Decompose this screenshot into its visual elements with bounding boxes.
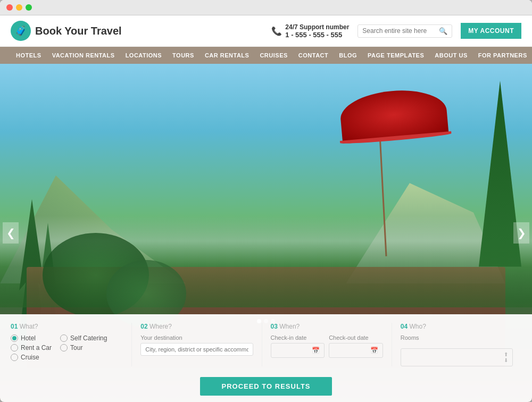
nav-about-us[interactable]: ABOUT US — [429, 47, 472, 64]
umbrella-top — [338, 86, 448, 143]
logo-icon: 🧳 — [11, 21, 31, 41]
search-fields: 01 What? Hotel — [0, 314, 532, 373]
checkout-input[interactable]: 📅 — [329, 343, 383, 358]
what-number: 01 — [11, 323, 18, 330]
nav-car-rentals[interactable]: CAR RENTALS — [200, 47, 255, 64]
radio-rent-car[interactable] — [11, 344, 18, 351]
radio-cruise[interactable] — [11, 354, 18, 361]
what-col-1: Hotel Rent a Car Cruise — [11, 334, 52, 363]
destination-label: Your destination — [140, 334, 253, 341]
tour-label: Tour — [70, 344, 82, 351]
nav-page-templates[interactable]: PAGE TEMPLATES — [362, 47, 429, 64]
what-label: What? — [20, 323, 38, 330]
when-label: When? — [279, 323, 300, 330]
close-button[interactable] — [6, 4, 13, 11]
my-account-button[interactable]: MY ACCOUNT — [461, 23, 521, 39]
search-col-where: 02 Where? Your destination — [132, 323, 262, 366]
when-title: 03 When? — [271, 323, 383, 330]
minimize-button[interactable] — [16, 4, 22, 11]
search-icon: 🔍 — [439, 27, 447, 35]
search-col-when: 03 When? Check-in date 📅 — [262, 323, 392, 366]
nav-hotels[interactable]: HOTELS — [11, 47, 47, 64]
nav-cruises[interactable]: CRUISES — [254, 47, 293, 64]
where-number: 02 — [140, 323, 147, 330]
where-label: Where? — [149, 323, 172, 330]
when-number: 03 — [271, 323, 278, 330]
where-title: 02 Where? — [140, 323, 253, 330]
search-panel: 01 What? Hotel — [0, 314, 532, 402]
search-col-who: 04 Who? Rooms ⬆⬇ — [392, 323, 521, 366]
who-number: 04 — [401, 323, 408, 330]
search-panel-footer: PROCEED TO RESULTS — [0, 373, 532, 402]
checkout-field: Check-out date 📅 — [329, 334, 383, 358]
checkin-field: Check-in date 📅 — [271, 334, 325, 358]
phone-icon: 📞 — [271, 26, 282, 36]
checkout-label: Check-out date — [329, 334, 383, 341]
slide-next-button[interactable]: ❯ — [513, 222, 529, 244]
radio-hotel[interactable] — [11, 334, 18, 342]
who-label: Who? — [409, 323, 426, 330]
checkout-calendar-icon: 📅 — [370, 347, 378, 354]
support-area: 📞 24/7 Support number 1 - 555 - 555 - 55… — [271, 23, 349, 39]
support-number: 1 - 555 - 555 - 555 — [285, 31, 349, 39]
option-rent-car[interactable]: Rent a Car — [11, 344, 52, 351]
rent-car-label: Rent a Car — [21, 344, 52, 351]
logo-text: Book Your Travel — [35, 25, 122, 37]
what-options: Hotel Rent a Car Cruise — [11, 334, 123, 363]
option-cruise[interactable]: Cruise — [11, 354, 52, 361]
what-title: 01 What? — [11, 323, 123, 330]
proceed-button[interactable]: PROCEED TO RESULTS — [200, 377, 331, 396]
nav-contact[interactable]: CONTACT — [293, 47, 334, 64]
logo-area: 🧳 Book Your Travel — [11, 21, 122, 41]
option-self-catering[interactable]: Self Catering — [60, 334, 107, 342]
search-col-what: 01 What? Hotel — [11, 323, 132, 366]
rooms-label: Rooms — [401, 334, 513, 341]
nav-blog[interactable]: BLOG — [334, 47, 362, 64]
radio-self-catering[interactable] — [60, 334, 68, 342]
maximize-button[interactable] — [26, 4, 32, 11]
destination-input[interactable] — [140, 343, 253, 356]
header-right: 📞 24/7 Support number 1 - 555 - 555 - 55… — [271, 23, 521, 39]
rooms-select[interactable]: ⬆⬇ — [401, 348, 513, 366]
checkin-calendar-icon: 📅 — [312, 347, 320, 354]
nav-locations[interactable]: LOCATIONS — [120, 47, 167, 64]
support-info: 24/7 Support number 1 - 555 - 555 - 555 — [285, 23, 349, 39]
checkin-input[interactable]: 📅 — [271, 343, 325, 358]
search-input[interactable] — [362, 27, 437, 35]
checkin-label: Check-in date — [271, 334, 325, 341]
what-col-2: Self Catering Tour — [60, 334, 107, 363]
slide-prev-button[interactable]: ❮ — [3, 222, 19, 244]
date-inputs: Check-in date 📅 Check-out date — [271, 334, 383, 358]
support-label: 24/7 Support number — [285, 23, 349, 31]
cruise-label: Cruise — [21, 354, 39, 361]
hotel-label: Hotel — [21, 334, 36, 342]
nav-tours[interactable]: TOURS — [167, 47, 200, 64]
browser-chrome — [0, 0, 532, 15]
radio-tour[interactable] — [60, 344, 68, 351]
option-tour[interactable]: Tour — [60, 344, 107, 351]
hero-section: ❮ ❯ 01 What? — [0, 64, 532, 402]
site-header: 🧳 Book Your Travel 📞 24/7 Support number… — [0, 15, 532, 47]
option-hotel[interactable]: Hotel — [11, 334, 52, 342]
nav-vacation-rentals[interactable]: VACATION RENTALS — [47, 47, 120, 64]
search-box[interactable]: 🔍 — [358, 24, 452, 38]
self-catering-label: Self Catering — [70, 334, 107, 342]
site-nav: HOTELS VACATION RENTALS LOCATIONS TOURS … — [0, 47, 532, 64]
who-title: 04 Who? — [401, 323, 513, 330]
nav-for-partners[interactable]: FOR PARTNERS — [473, 47, 532, 64]
spinner-icon: ⬆⬇ — [504, 351, 508, 363]
